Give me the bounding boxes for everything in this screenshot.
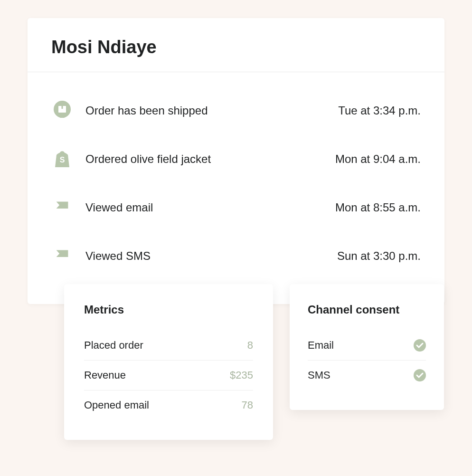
activity-time: Tue at 3:34 p.m. (338, 104, 421, 117)
shopify-icon: S (51, 148, 73, 170)
consent-label: Email (308, 339, 334, 352)
flag-icon (51, 245, 73, 267)
consent-label: SMS (308, 369, 330, 381)
metric-row: Opened email 78 (84, 390, 253, 420)
activity-row: S Ordered olive field jacket Mon at 9:04… (51, 135, 421, 183)
consent-row: SMS (308, 361, 426, 390)
metric-row: Placed order 8 (84, 331, 253, 361)
metric-value: 8 (247, 339, 253, 352)
metric-label: Placed order (84, 339, 143, 352)
consent-title: Channel consent (308, 303, 426, 316)
channel-consent-card: Channel consent Email SMS (290, 284, 444, 410)
consent-row: Email (308, 331, 426, 361)
package-icon (51, 100, 73, 122)
activity-row: Viewed email Mon at 8:55 a.m. (51, 183, 421, 232)
svg-text:S: S (60, 156, 65, 164)
check-icon (414, 339, 426, 352)
metric-label: Revenue (84, 369, 126, 381)
check-icon (414, 369, 426, 381)
activity-row: Order has been shipped Tue at 3:34 p.m. (51, 86, 421, 135)
metric-row: Revenue $235 (84, 361, 253, 390)
activity-row: Viewed SMS Sun at 3:30 p.m. (51, 232, 421, 280)
activity-label: Viewed SMS (85, 249, 337, 263)
svg-rect-2 (62, 106, 63, 109)
customer-header: Mosi Ndiaye (28, 18, 444, 72)
activity-label: Order has been shipped (85, 104, 338, 117)
customer-name: Mosi Ndiaye (51, 37, 421, 57)
activity-time: Sun at 3:30 p.m. (337, 249, 421, 263)
metrics-title: Metrics (84, 303, 253, 316)
metric-value: 78 (242, 399, 253, 411)
flag-icon (51, 197, 73, 219)
activity-list: Order has been shipped Tue at 3:34 p.m. … (28, 72, 444, 304)
activity-time: Mon at 8:55 a.m. (335, 201, 421, 214)
activity-label: Viewed email (85, 201, 335, 214)
activity-label: Ordered olive field jacket (85, 152, 335, 166)
metric-value: $235 (230, 369, 253, 381)
metrics-card: Metrics Placed order 8 Revenue $235 Open… (64, 284, 273, 440)
metric-label: Opened email (84, 399, 149, 411)
activity-time: Mon at 9:04 a.m. (335, 152, 421, 166)
customer-activity-card: Mosi Ndiaye Order has been shipped Tue a… (28, 18, 444, 304)
